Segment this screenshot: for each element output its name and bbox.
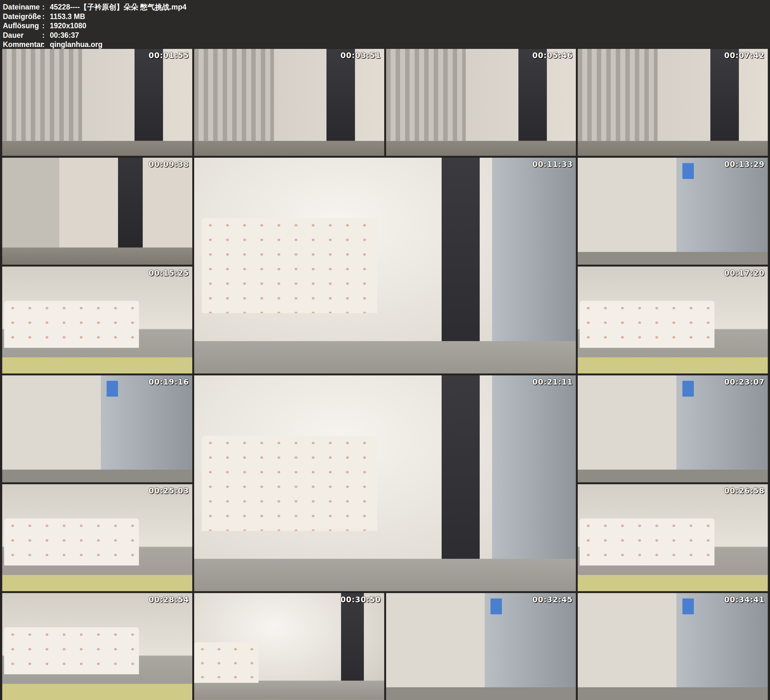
video-thumbnail[interactable]: 00:05:46 — [386, 49, 576, 156]
separator: : — [42, 31, 50, 40]
video-thumbnail[interactable]: 00:25:03 — [2, 484, 192, 591]
timestamp-overlay: 00:23:07 — [724, 378, 765, 387]
meta-row-duration: Dauer:00:36:37 — [3, 31, 770, 41]
timestamp-overlay: 00:07:42 — [724, 51, 765, 60]
thumbnail-grid: 00:01:55 00:03:51 00:05:46 00:07:42 00:0… — [0, 48, 770, 700]
timestamp-overlay: 00:15:25 — [149, 269, 189, 278]
resolution-label: Auflösung — [3, 21, 42, 31]
video-thumbnail[interactable]: 00:26:58 — [578, 484, 768, 591]
timestamp-overlay: 00:11:33 — [532, 160, 573, 169]
meta-row-filesize: Dateigröße:1153.3 MB — [3, 12, 770, 22]
video-thumbnail-large[interactable]: 00:11:33 — [194, 158, 576, 373]
meta-row-resolution: Auflösung:1920x1080 — [3, 21, 770, 31]
separator: : — [42, 12, 50, 21]
video-thumbnail[interactable]: 00:32:45 — [386, 593, 576, 700]
video-thumbnail[interactable]: 00:34:41 — [578, 593, 768, 700]
timestamp-overlay: 00:34:41 — [724, 595, 765, 604]
video-thumbnail[interactable]: 00:13:29 — [578, 158, 768, 265]
video-thumbnail[interactable]: 00:28:54 — [2, 593, 192, 700]
timestamp-overlay: 00:13:29 — [724, 160, 765, 169]
video-thumbnail[interactable]: 00:03:51 — [194, 49, 384, 156]
comment-label: Kommentar — [3, 40, 42, 49]
video-thumbnail[interactable]: 00:30:50 — [194, 593, 384, 700]
duration-value: 00:36:37 — [50, 31, 79, 39]
filesize-value: 1153.3 MB — [50, 12, 85, 21]
timestamp-overlay: 00:19:16 — [149, 378, 189, 387]
meta-row-filename: Dateiname:45228----【子衿原创】朵朵 憋气挑战.mp4 — [3, 3, 770, 12]
video-thumbnail[interactable]: 00:23:07 — [578, 375, 768, 482]
timestamp-overlay: 00:21:11 — [532, 378, 573, 387]
separator: : — [42, 3, 50, 12]
separator: : — [42, 40, 50, 49]
timestamp-overlay: 00:09:38 — [149, 160, 189, 169]
separator: : — [42, 21, 50, 31]
timestamp-overlay: 00:01:55 — [149, 51, 189, 60]
timestamp-overlay: 00:28:54 — [149, 595, 189, 604]
timestamp-overlay: 00:17:20 — [724, 269, 765, 278]
timestamp-overlay: 00:26:58 — [724, 486, 765, 495]
timestamp-overlay: 00:03:51 — [340, 51, 381, 60]
resolution-value: 1920x1080 — [50, 21, 86, 30]
video-thumbnail[interactable]: 00:07:42 — [578, 49, 768, 156]
filename-label: Dateiname — [3, 3, 42, 12]
metadata-header: Dateiname:45228----【子衿原创】朵朵 憋气挑战.mp4 Dat… — [0, 0, 770, 48]
video-thumbnail[interactable]: 00:17:20 — [578, 267, 768, 373]
timestamp-overlay: 00:05:46 — [532, 51, 573, 60]
timestamp-overlay: 00:30:50 — [340, 595, 381, 604]
video-thumbnail-large[interactable]: 00:21:11 — [194, 375, 576, 591]
filesize-label: Dateigröße — [3, 12, 42, 21]
video-thumbnail[interactable]: 00:01:55 — [2, 49, 192, 156]
filename-value: 45228----【子衿原创】朵朵 憋气挑战.mp4 — [50, 3, 186, 11]
timestamp-overlay: 00:25:03 — [149, 486, 189, 495]
video-thumbnail[interactable]: 00:09:38 — [2, 158, 192, 265]
comment-value: qinglanhua.org — [50, 40, 102, 49]
duration-label: Dauer — [3, 31, 42, 40]
video-thumbnail[interactable]: 00:19:16 — [2, 375, 192, 482]
timestamp-overlay: 00:32:45 — [532, 595, 573, 604]
video-thumbnail[interactable]: 00:15:25 — [2, 267, 192, 373]
